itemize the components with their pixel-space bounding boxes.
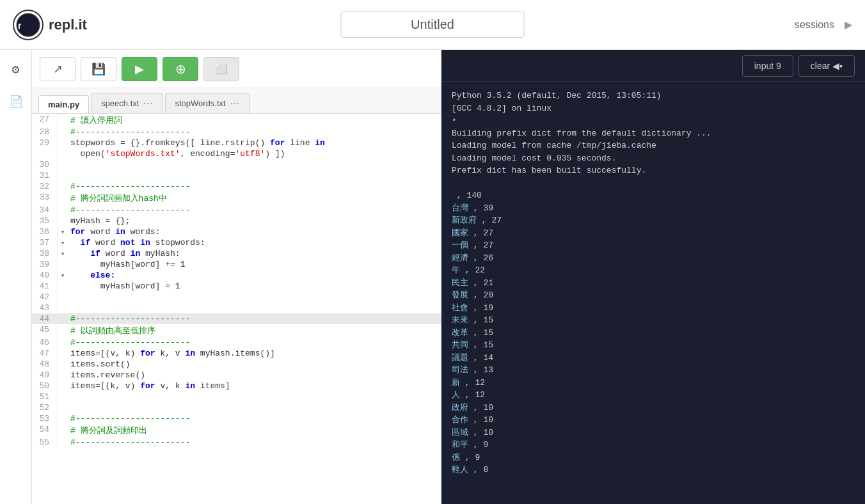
table-row: 38 ▾ if word in myHash:: [32, 248, 441, 259]
table-row: 54 # 將分詞及詞頻印出: [32, 424, 441, 437]
list-item: , 140: [452, 189, 855, 202]
project-title-input[interactable]: [341, 12, 525, 38]
run-icon: ▶: [135, 62, 144, 76]
table-row: 36 ▾ for word in words:: [32, 226, 441, 237]
tab-speech-txt-label: speech.txt: [101, 98, 139, 108]
list-item: 輕人 , 8: [452, 464, 855, 476]
list-item: 發展 , 20: [452, 289, 855, 302]
list-item: 和平 , 9: [452, 439, 855, 452]
tab-stopwords-txt[interactable]: stopWords.txt ⋯: [165, 93, 249, 113]
clear-button[interactable]: clear ◀▪: [798, 55, 855, 77]
table-row: 32 #-----------------------: [32, 181, 441, 192]
table-row: 49 items.reverse(): [32, 370, 441, 381]
table-row: 43: [32, 303, 441, 313]
run-button[interactable]: ▶: [122, 57, 157, 81]
list-item: •: [452, 114, 855, 127]
terminal-output[interactable]: Python 3.5.2 (default, Dec 2015, 13:05:1…: [441, 82, 865, 504]
list-item: 人 , 12: [452, 389, 855, 402]
add-button[interactable]: ⊕: [163, 57, 198, 81]
table-row: 33 # 將分詞詞頻加入hash中: [32, 192, 441, 205]
list-item: 台灣 , 39: [452, 202, 855, 215]
list-item: 新政府 , 27: [452, 214, 855, 227]
add-icon: ⊕: [175, 61, 186, 77]
table-row: 48 items.sort(): [32, 359, 441, 370]
tab-stopwords-dots: ⋯: [230, 97, 240, 109]
table-row: 35 myHash = {};: [32, 216, 441, 226]
list-item: Loading model cost 0.935 seconds.: [452, 152, 855, 165]
table-row: 45 # 以詞頻由高至低排序: [32, 324, 441, 337]
terminal-panel: input 9 clear ◀▪ Python 3.5.2 (default, …: [441, 50, 865, 504]
list-item: 係 , 9: [452, 452, 855, 464]
table-row: 42: [32, 292, 441, 303]
sessions-label: sessions: [795, 19, 834, 31]
export-icon: ↗: [53, 62, 63, 76]
list-item: 共同 , 15: [452, 339, 855, 352]
table-row: 51: [32, 391, 441, 402]
file-icon[interactable]: 📄: [6, 92, 26, 111]
list-item: 未來 , 15: [452, 314, 855, 327]
list-item: 政府 , 10: [452, 402, 855, 414]
list-item: 司法 , 13: [452, 364, 855, 377]
title-area: [341, 12, 525, 38]
table-row: 50 items=[(k, v) for v, k in items]: [32, 381, 441, 391]
editor-panel: ↗ 💾 ▶ ⊕ ⬜ main.py speech.txt ⋯: [32, 50, 441, 504]
terminal-toolbar: input 9 clear ◀▪: [441, 50, 865, 82]
save-button[interactable]: 💾: [81, 57, 116, 81]
table-row: 34 #-----------------------: [32, 205, 441, 216]
export-button[interactable]: ↗: [40, 57, 75, 81]
table-row: 52: [32, 402, 441, 413]
logo-text: repl.it: [49, 17, 87, 33]
table-row: 37 ▾ if word not in stopwords:: [32, 237, 441, 248]
table-row: 39 myHash[word] += 1: [32, 259, 441, 270]
table-row: open('stopWords.txt', encoding='utf8') ]…: [32, 148, 441, 159]
svg-text:r: r: [18, 20, 22, 31]
table-row: 44 #-----------------------: [32, 313, 441, 324]
tab-speech-txt[interactable]: speech.txt ⋯: [91, 93, 163, 113]
list-item: 民主 , 21: [452, 277, 855, 290]
list-item: 年 , 22: [452, 264, 855, 277]
table-row: 29 stopwords = {}.fromkeys([ line.rstrip…: [32, 138, 441, 148]
list-item: 國家 , 27: [452, 227, 855, 240]
list-item: [GCC 4.8.2] on linux: [452, 102, 855, 115]
table-row: 30: [32, 159, 441, 170]
replit-logo: r: [13, 10, 44, 40]
list-item: [452, 177, 855, 190]
left-sidebar: ⚙ 📄: [0, 50, 32, 504]
table-row: 47 items=[(v, k) for k, v in myHash.item…: [32, 348, 441, 359]
sessions-chevron: ▶: [845, 19, 852, 31]
list-item: 合作 , 10: [452, 414, 855, 427]
tab-main-py-label: main.py: [48, 100, 79, 109]
table-row: 41 myHash[word] = 1: [32, 281, 441, 292]
list-item: 新 , 12: [452, 377, 855, 390]
list-item: Loading model from cache /tmp/jieba.cach…: [452, 139, 855, 152]
list-item: 區域 , 10: [452, 427, 855, 439]
table-row: 27 # 讀入停用詞: [32, 114, 441, 127]
list-item: Python 3.5.2 (default, Dec 2015, 13:05:1…: [452, 90, 855, 102]
table-row: 55 #-----------------------: [32, 437, 441, 448]
sessions-area: sessions ▶: [795, 19, 852, 31]
tab-main-py[interactable]: main.py: [38, 95, 89, 113]
packages-button[interactable]: ⬜: [203, 57, 239, 81]
list-item: 經濟 , 26: [452, 252, 855, 265]
input-button[interactable]: input 9: [742, 55, 793, 77]
toolbar: ↗ 💾 ▶ ⊕ ⬜: [32, 50, 441, 88]
tab-stopwords-txt-label: stopWords.txt: [175, 98, 225, 108]
list-item: 一個 , 27: [452, 239, 855, 252]
table-row: 31: [32, 170, 441, 181]
clear-button-label: clear ◀▪: [811, 61, 843, 71]
main-content: ⚙ 📄 ↗ 💾 ▶ ⊕ ⬜ main.py: [0, 50, 865, 504]
code-lines: 27 # 讀入停用詞 28 #----------------------- 2…: [32, 114, 441, 448]
list-item: 社會 , 19: [452, 302, 855, 315]
input-button-label: input 9: [754, 61, 781, 71]
logo-area: r repl.it: [13, 10, 87, 40]
save-icon: 💾: [91, 62, 106, 76]
cube-icon: ⬜: [215, 63, 228, 75]
tab-speech-dots: ⋯: [143, 97, 153, 109]
settings-button[interactable]: ⚙: [3, 56, 29, 82]
list-item: 改革 , 15: [452, 327, 855, 340]
table-row: 53 #-----------------------: [32, 413, 441, 424]
list-item: Building prefix dict from the default di…: [452, 127, 855, 140]
code-editor[interactable]: 27 # 讀入停用詞 28 #----------------------- 2…: [32, 114, 441, 504]
table-row: 46 #-----------------------: [32, 337, 441, 348]
list-item: Prefix dict has been built succesfully.: [452, 164, 855, 177]
